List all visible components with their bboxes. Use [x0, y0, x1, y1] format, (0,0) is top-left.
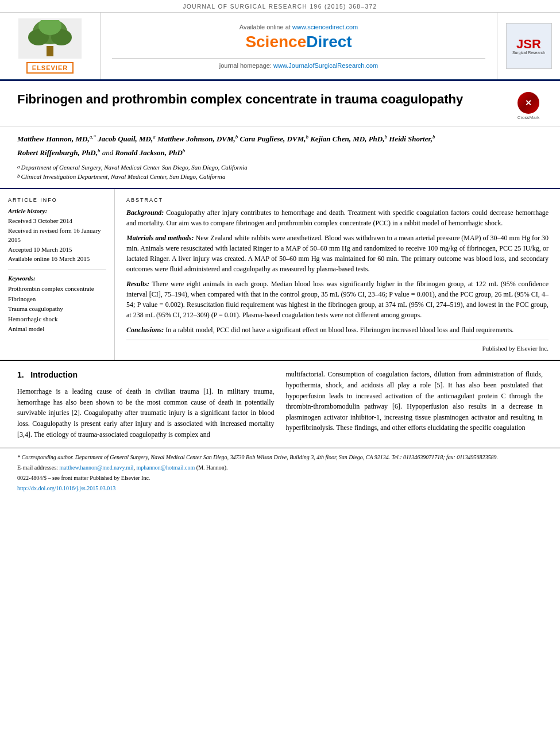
conclusions-text: In a rabbit model, PCC did not have a si… [165, 326, 513, 334]
received-revised-date: Received in revised form 16 January 2015 [8, 226, 106, 245]
article-history: Article history: Received 3 October 2014… [8, 207, 106, 264]
author-8: Ronald Jackson, PhD [115, 148, 182, 157]
available-online-text: Available online at www.sciencedirect.co… [240, 24, 358, 30]
crossmark-icon: ✕ [517, 92, 539, 114]
crossmark-label: CrossMark [517, 115, 540, 120]
email-1-link[interactable]: matthew.hannon@med.navy.mil [59, 464, 133, 471]
available-online-date: Available online 16 March 2015 [8, 254, 106, 264]
background-paragraph: Background: Coagulopathy after injury co… [126, 207, 549, 228]
author-6: Heidi Shorter, [389, 134, 432, 143]
author-1: Matthew Hannon, MD, [17, 134, 90, 143]
author-4: Cara Pugliese, DVM, [240, 134, 306, 143]
results-label: Results: [126, 280, 149, 288]
affiliations: a Department of General Surgery, Naval M… [17, 164, 543, 181]
body-left-column: 1. Introduction Hemorrhage is a leading … [17, 369, 275, 440]
keyword-5: Animal model [8, 324, 106, 334]
email-line: E-mail addresses: matthew.hannon@med.nav… [17, 463, 543, 472]
affiliation-a: a Department of General Surgery, Naval M… [17, 164, 543, 172]
conclusions-label: Conclusions: [126, 326, 164, 334]
article-info-header: ARTICLE INFO [8, 197, 106, 203]
affiliation-b: b Clinical Investigation Department, Nav… [17, 173, 543, 181]
crossmark-area[interactable]: ✕ CrossMark [514, 91, 543, 120]
abstract-section: Background: Coagulopathy after injury co… [126, 207, 549, 335]
jsr-subtitle: Surgical Research [512, 51, 545, 55]
body-columns: 1. Introduction Hemorrhage is a leading … [17, 369, 543, 440]
article-title: Fibrinogen and prothrombin complex conce… [17, 91, 503, 108]
accepted-date: Accepted 10 March 2015 [8, 245, 106, 255]
keyword-4: Hemorrhagic shock [8, 314, 106, 325]
header-center: Available online at www.sciencedirect.co… [101, 13, 497, 79]
keyword-3: Trauma coagulopathy [8, 304, 106, 314]
authors-line: Matthew Hannon, MD,a,* Jacob Quail, MD,a… [17, 132, 543, 159]
jsr-logo-area: JSR Surgical Research [497, 13, 560, 79]
history-label: Article history: [8, 207, 106, 214]
abstract-header: ABSTRACT [126, 197, 549, 203]
journal-homepage: journal homepage: www.JournalofSurgicalR… [112, 58, 485, 69]
methods-paragraph: Materials and methods: New Zealand white… [126, 233, 549, 274]
publisher-logo-area: ELSEVIER [0, 13, 101, 79]
body-section: 1. Introduction Hemorrhage is a leading … [0, 360, 560, 448]
author-3: Matthew Johnson, DVM, [157, 134, 235, 143]
sciencedirect-logo: ScienceDirect [245, 33, 352, 51]
header-section: ELSEVIER Available online at www.science… [0, 13, 560, 81]
corresponding-author-note: * Corresponding author. Department of Ge… [17, 453, 543, 461]
author-5: Kejian Chen, MD, PhD, [310, 134, 384, 143]
journal-homepage-link[interactable]: www.JournalofSurgicalResearch.com [273, 62, 378, 69]
keyword-1: Prothrombin complex concentrate [8, 284, 106, 294]
keyword-2: Fibrinogen [8, 294, 106, 305]
elsevier-logo: ELSEVIER [26, 62, 74, 74]
doi-line: http://dx.doi.org/10.1016/j.jss.2015.03.… [17, 484, 543, 493]
published-by: Published by Elsevier Inc. [126, 340, 549, 352]
background-text: Coagulopathy after injury contributes to… [126, 209, 549, 227]
journal-bar: JOURNAL OF SURGICAL RESEARCH 196 (2015) … [0, 0, 560, 13]
methods-label: Materials and methods: [126, 234, 194, 242]
article-title-section: Fibrinogen and prothrombin complex conce… [0, 81, 560, 126]
issn-line: 0022-4804/$ – see front matter Published… [17, 474, 543, 482]
doi-link[interactable]: http://dx.doi.org/10.1016/j.jss.2015.03.… [17, 485, 115, 491]
received-date: Received 3 October 2014 [8, 216, 106, 226]
results-text: There were eight animals in each group. … [126, 280, 549, 319]
svg-rect-0 [47, 46, 53, 56]
divider [8, 270, 106, 270]
sciencedirect-url-link[interactable]: www.sciencedirect.com [292, 24, 358, 30]
conclusions-paragraph: Conclusions: In a rabbit model, PCC did … [126, 325, 549, 335]
intro-left-text: Hemorrhage is a leading cause of death i… [17, 386, 275, 440]
journal-title-bar: JOURNAL OF SURGICAL RESEARCH 196 (2015) … [183, 3, 377, 10]
footer-section: * Corresponding author. Department of Ge… [0, 448, 560, 499]
author-2: Jacob Quail, MD, [98, 134, 153, 143]
keywords-section: Keywords: Prothrombin complex concentrat… [8, 275, 106, 334]
jsr-logo: JSR Surgical Research [506, 23, 552, 69]
main-content: ARTICLE INFO Article history: Received 3… [0, 189, 560, 360]
intro-section-title: 1. Introduction [17, 369, 275, 382]
background-label: Background: [126, 209, 164, 217]
body-right-column: multifactorial. Consumption of coagulati… [286, 369, 543, 440]
article-info-column: ARTICLE INFO Article history: Received 3… [0, 189, 115, 360]
abstract-column: ABSTRACT Background: Coagulopathy after … [115, 189, 560, 360]
results-paragraph: Results: There were eight animals in eac… [126, 279, 549, 320]
author-7: Robert Riffenburgh, PhD, [17, 148, 98, 157]
keywords-label: Keywords: [8, 275, 106, 282]
intro-right-text: multifactorial. Consumption of coagulati… [286, 369, 543, 433]
email-2-link[interactable]: mphannon@hotmail.com [137, 464, 195, 471]
jsr-initials: JSR [516, 38, 541, 51]
authors-section: Matthew Hannon, MD,a,* Jacob Quail, MD,a… [0, 126, 560, 189]
elsevier-tree-image [18, 18, 82, 59]
